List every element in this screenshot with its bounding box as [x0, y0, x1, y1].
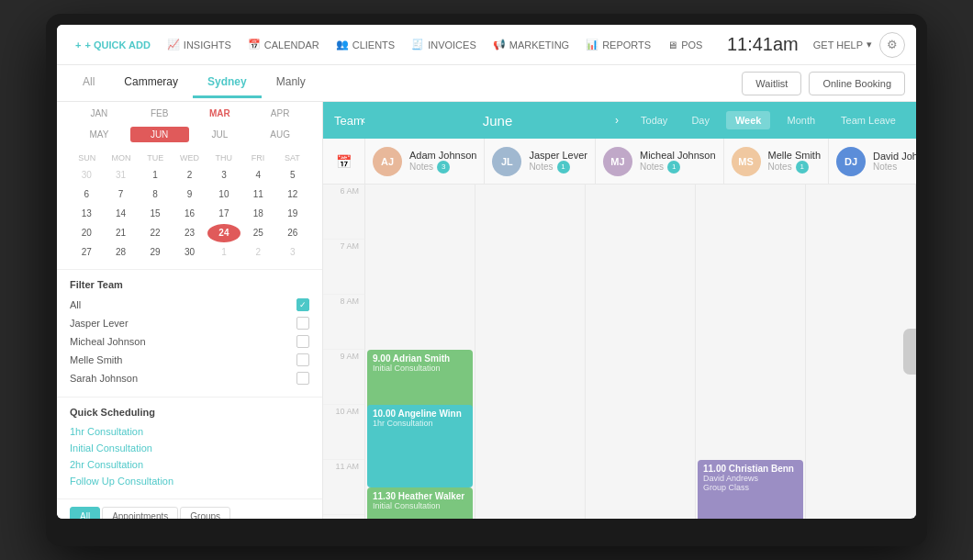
cell[interactable] — [365, 185, 475, 240]
quick-sched-1hr[interactable]: 1hr Consultation — [70, 423, 309, 440]
cell[interactable] — [365, 240, 475, 295]
month-apr[interactable]: APR — [251, 106, 309, 121]
cal-day[interactable]: 16 — [173, 205, 206, 223]
quick-sched-2hr[interactable]: 2hr Consultation — [70, 456, 309, 473]
grid-col-david[interactable] — [806, 185, 916, 519]
cal-day[interactable]: 8 — [139, 185, 172, 204]
event-heather-walker[interactable]: 11.30 Heather Walker Initial Consultatio… — [367, 487, 473, 519]
cal-day[interactable]: 3 — [276, 243, 309, 262]
event-angeline-winn[interactable]: 10.00 Angeline Winn 1hr Consultation — [367, 405, 473, 487]
month-jan[interactable]: JAN — [70, 106, 129, 121]
cal-day[interactable]: 28 — [104, 243, 137, 262]
filter-item-micheal[interactable]: Micheal Johnson — [70, 332, 309, 351]
cell[interactable] — [806, 185, 915, 240]
cal-day[interactable]: 1 — [139, 166, 172, 185]
cell[interactable] — [475, 185, 585, 240]
cell[interactable] — [696, 240, 805, 295]
online-booking-button[interactable]: Online Booking — [809, 72, 905, 95]
cell[interactable] — [586, 460, 695, 515]
invoices-nav[interactable]: 🧾 INVOICES — [404, 35, 484, 54]
tab-all[interactable]: All — [68, 68, 109, 98]
cell[interactable] — [475, 295, 585, 350]
cell[interactable] — [696, 295, 805, 350]
cell[interactable] — [806, 405, 915, 460]
cal-day[interactable]: 7 — [104, 185, 137, 204]
cell[interactable] — [475, 405, 585, 460]
cal-day[interactable]: 25 — [241, 224, 274, 242]
month-jul[interactable]: JUL — [191, 127, 250, 142]
cell[interactable] — [806, 295, 915, 350]
cal-day[interactable]: 21 — [104, 224, 137, 242]
cal-day[interactable]: 19 — [276, 205, 309, 223]
cal-day[interactable]: 9 — [173, 185, 206, 204]
cal-day[interactable]: 30 — [70, 166, 103, 185]
quick-add-button[interactable]: + + QUICK ADD — [68, 36, 158, 54]
marketing-nav[interactable]: 📢 MARKETING — [486, 35, 576, 54]
month-view-button[interactable]: Month — [777, 111, 824, 129]
cell[interactable] — [696, 185, 805, 240]
cal-day[interactable]: 3 — [207, 166, 240, 185]
filter-item-melle[interactable]: Melle Smith — [70, 351, 309, 369]
cal-day[interactable]: 13 — [70, 205, 103, 223]
cal-next-icon[interactable]: › — [615, 114, 633, 127]
cell[interactable] — [696, 405, 805, 460]
cell[interactable] — [475, 460, 585, 515]
day-view-button[interactable]: Day — [682, 111, 719, 129]
cell[interactable] — [696, 350, 805, 405]
cell[interactable] — [586, 350, 695, 405]
checkbox-sarah[interactable] — [296, 372, 309, 385]
checkbox-melle[interactable] — [296, 353, 309, 366]
cell[interactable] — [475, 240, 585, 295]
cal-day[interactable]: 20 — [70, 224, 103, 242]
filter-item-jasper[interactable]: Jasper Lever — [70, 314, 309, 332]
quick-sched-followup[interactable]: Follow Up Consultation — [70, 473, 309, 489]
filter-item-sarah[interactable]: Sarah Johnson — [70, 369, 309, 387]
cal-day[interactable]: 26 — [276, 224, 309, 242]
cal-day[interactable]: 23 — [173, 224, 206, 242]
month-mar[interactable]: MAR — [191, 106, 250, 121]
tab-manly[interactable]: Manly — [262, 68, 320, 98]
calendar-nav[interactable]: 📅 CALENDAR — [240, 35, 327, 54]
cal-day[interactable]: 17 — [207, 205, 240, 223]
cell[interactable] — [806, 460, 915, 515]
cell[interactable] — [806, 350, 915, 405]
quick-sched-initial[interactable]: Initial Consultation — [70, 440, 309, 456]
tab-groups[interactable]: Groups — [180, 507, 230, 519]
checkbox-all[interactable]: ✓ — [296, 298, 309, 311]
today-button[interactable]: Today — [633, 111, 675, 129]
month-aug[interactable]: AUG — [251, 127, 309, 142]
cal-day[interactable]: 12 — [276, 185, 309, 204]
cal-day[interactable]: 11 — [241, 185, 274, 204]
cal-day[interactable]: 6 — [70, 185, 103, 204]
clients-nav[interactable]: 👥 CLIENTS — [329, 35, 402, 54]
cal-day[interactable]: 27 — [70, 243, 103, 262]
cell[interactable] — [586, 240, 695, 295]
grid-col-jasper[interactable]: 12:00 Steve Jonson External Meeting ✉ — [475, 185, 586, 519]
cell[interactable] — [475, 515, 585, 519]
cal-day[interactable]: 10 — [207, 185, 240, 204]
cal-day[interactable]: 30 — [173, 243, 206, 262]
tab-cammeray[interactable]: Cammeray — [109, 68, 193, 98]
cal-day[interactable]: 2 — [241, 243, 274, 262]
cell[interactable] — [586, 515, 695, 519]
cal-prev-icon[interactable]: ‹ — [362, 114, 380, 127]
grid-col-melle[interactable]: 11.00 Christian Benn David Andrews Group… — [696, 185, 806, 519]
grid-col-micheal[interactable]: 2.00 Barbara Bonnet Follow Up Consultati… — [586, 185, 696, 519]
insights-nav[interactable]: 📈 INSIGHTS — [160, 35, 239, 54]
cal-day-today[interactable]: 24 — [207, 224, 240, 242]
cal-day[interactable]: 18 — [241, 205, 274, 223]
scroll-handle[interactable] — [903, 329, 916, 375]
cell[interactable] — [806, 240, 915, 295]
cell[interactable] — [586, 185, 695, 240]
checkbox-micheal[interactable] — [296, 335, 309, 348]
cal-day[interactable]: 14 — [104, 205, 137, 223]
cell[interactable] — [586, 405, 695, 460]
month-may[interactable]: MAY — [70, 127, 129, 142]
cell[interactable] — [475, 350, 585, 405]
tab-sydney[interactable]: Sydney — [193, 68, 262, 98]
cell[interactable] — [806, 515, 915, 519]
reports-nav[interactable]: 📊 REPORTS — [578, 35, 658, 54]
cal-day[interactable]: 31 — [104, 166, 137, 185]
cal-day[interactable]: 2 — [173, 166, 206, 185]
event-christian-benn[interactable]: 11.00 Christian Benn David Andrews Group… — [698, 460, 803, 519]
